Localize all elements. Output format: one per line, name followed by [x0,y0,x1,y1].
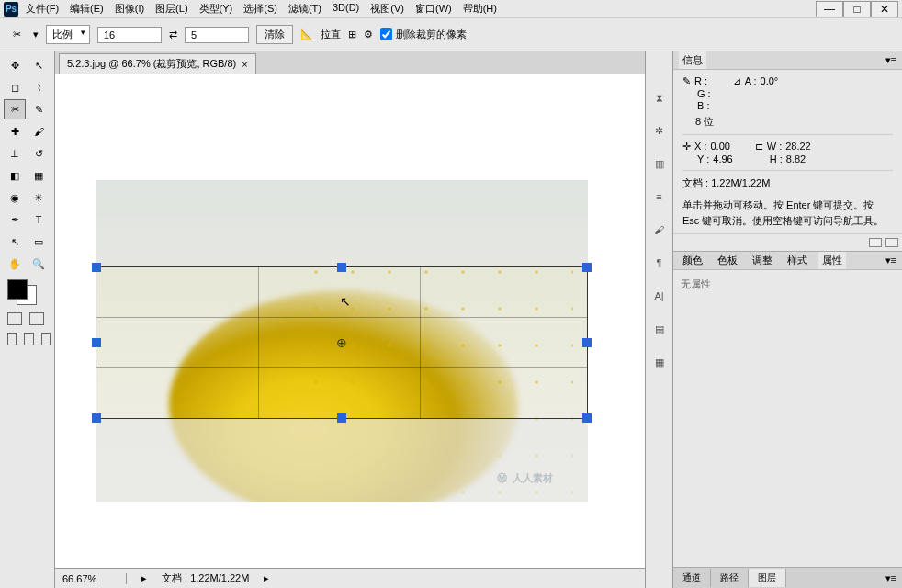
dodge-tool[interactable]: ☀ [28,187,50,208]
brush-tool[interactable]: 🖌 [28,121,50,141]
info-panel-header: 信息 ▾≡ [673,51,902,70]
artboard-tool[interactable]: ↖ [28,55,50,75]
eyedropper-tool[interactable]: ✎ [28,99,50,119]
tab-layers[interactable]: 图层 [749,569,786,587]
document-tab-close[interactable]: × [242,59,247,70]
crop-handle-n[interactable] [337,263,346,272]
panel-corner-icon[interactable] [885,238,898,247]
notes-icon[interactable]: ▤ [650,320,669,338]
menu-edit[interactable]: 编辑(E) [70,2,104,16]
color-swatch[interactable] [7,279,37,305]
close-button[interactable]: ✕ [871,1,898,17]
info-a-label: A : [745,75,757,87]
delete-pixels-checkbox[interactable]: 删除裁剪的像素 [380,28,467,41]
minimize-button[interactable]: — [816,1,843,17]
history-brush-tool[interactable]: ↺ [28,143,50,164]
maximize-button[interactable]: □ [843,1,871,17]
tab-swatches[interactable]: 色板 [714,252,741,269]
crop-tool-icon[interactable]: ✂ [7,26,26,44]
tab-properties[interactable]: 属性 [818,252,846,269]
chevron-right-icon[interactable]: ▸ [141,572,147,584]
crop-handle-e[interactable] [582,338,592,347]
crop-handle-w[interactable] [92,338,101,347]
info-x-label: X : [694,141,706,153]
info-g-label: G : [697,88,711,99]
document-tab[interactable]: 5.2.3.jpg @ 66.7% (裁剪预览, RGB/8) × [59,53,256,74]
crop-handle-s[interactable] [337,413,346,423]
gradient-tool[interactable]: ▦ [28,165,50,186]
menu-help[interactable]: 帮助(H) [463,2,497,16]
character-icon[interactable]: A| [650,287,669,305]
grid-icon[interactable]: ⊞ [348,28,356,40]
swap-icon[interactable]: ⇄ [169,28,177,40]
lasso-tool[interactable]: ⌇ [28,77,50,97]
screen-mode-icon[interactable] [29,312,44,325]
delete-pixels-check[interactable] [380,28,392,40]
marquee-tool[interactable]: ◻ [4,77,26,97]
pen-tool[interactable]: ✒ [4,209,26,230]
path-tool[interactable]: ↖ [4,232,26,252]
panel-corner-icon[interactable] [869,238,882,247]
quick-mask-icon[interactable] [7,312,22,325]
canvas[interactable]: ⊕ ↖ Ⓜ 人人素材 [55,74,645,568]
chevron-right-icon[interactable]: ▸ [264,572,269,584]
shape-tool[interactable]: ▭ [28,232,50,252]
move-tool[interactable]: ✥ [4,55,26,75]
healing-tool[interactable]: ✚ [4,121,26,141]
compass-icon[interactable]: ✲ [650,121,669,140]
extra-icon-1[interactable] [7,333,17,345]
type-tool[interactable]: T [28,209,50,230]
brush-preset-icon[interactable]: 🖌 [650,220,669,239]
info-x-value: 0.00 [710,141,729,153]
crop-handle-se[interactable] [582,413,592,423]
panel-menu-icon[interactable]: ▾≡ [885,54,896,66]
crop-grid-line [96,317,587,318]
tab-paths[interactable]: 路径 [711,569,749,587]
straighten-icon[interactable]: 📐 [300,28,313,40]
extra-icon-2[interactable] [24,333,33,345]
library-icon[interactable]: ▦ [650,353,669,371]
panel-menu-icon[interactable]: ▾≡ [880,572,902,584]
crop-width-input[interactable] [97,27,162,43]
document-area: 5.2.3.jpg @ 66.7% (裁剪预览, RGB/8) × [55,51,645,588]
menu-window[interactable]: 窗口(W) [415,2,452,16]
gear-icon[interactable]: ⚙ [364,28,373,40]
status-zoom[interactable]: 66.67% [62,573,127,584]
brush-settings-icon[interactable]: ≡ [650,187,669,206]
histogram-icon[interactable]: ▥ [650,154,669,173]
zoom-tool[interactable]: 🔍 [28,254,50,274]
bottom-panel-tabs: 通道 路径 图层 ▾≡ [673,568,902,588]
menu-filter[interactable]: 滤镜(T) [288,2,321,16]
status-doc-size: 文档 : 1.22M/1.22M [162,571,249,585]
stamp-tool[interactable]: ⊥ [4,143,26,164]
tab-channels[interactable]: 通道 [673,569,711,587]
info-tab[interactable]: 信息 [679,51,706,69]
tab-adjustments[interactable]: 调整 [749,252,776,269]
ratio-select[interactable]: 比例 [46,25,90,44]
eraser-tool[interactable]: ◧ [4,165,26,186]
extra-icon-3[interactable] [41,333,51,345]
crop-handle-sw[interactable] [92,413,101,423]
crop-tool[interactable]: ✂ [4,99,26,119]
menu-select[interactable]: 选择(S) [243,2,277,16]
tab-styles[interactable]: 样式 [784,252,811,269]
history-icon[interactable]: ⧗ [650,88,669,107]
crop-handle-nw[interactable] [92,263,101,272]
menu-3d[interactable]: 3D(D) [333,2,359,16]
menu-file[interactable]: 文件(F) [26,2,59,16]
crop-box[interactable]: ⊕ [96,266,588,419]
crop-handle-ne[interactable] [582,263,592,272]
panel-menu-icon[interactable]: ▾≡ [885,254,896,266]
menu-type[interactable]: 类型(Y) [199,2,233,16]
crop-height-input[interactable] [185,27,249,43]
menu-image[interactable]: 图像(I) [115,2,144,16]
blur-tool[interactable]: ◉ [4,187,26,208]
tab-color[interactable]: 颜色 [679,252,706,269]
clear-button[interactable]: 清除 [256,25,293,44]
menu-layer[interactable]: 图层(L) [155,2,187,16]
hand-tool[interactable]: ✋ [4,254,26,274]
menu-view[interactable]: 视图(V) [370,2,404,16]
foreground-color[interactable] [7,279,28,300]
paragraph-icon[interactable]: ¶ [650,254,669,272]
dropdown-arrow-icon[interactable]: ▾ [33,28,39,40]
